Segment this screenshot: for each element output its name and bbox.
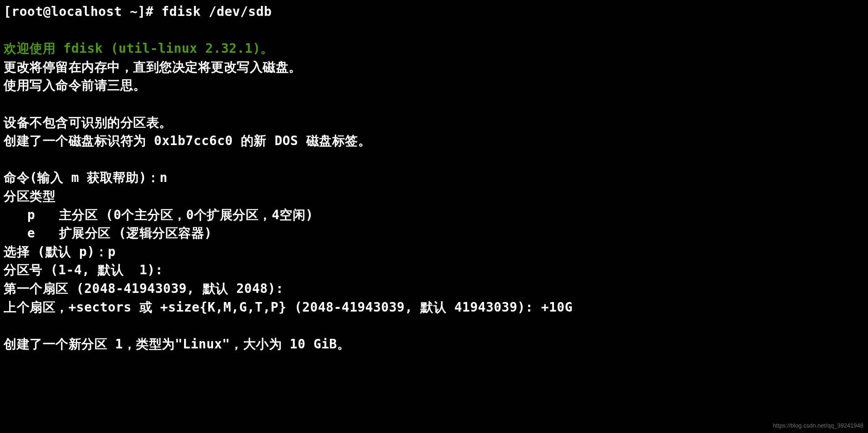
watermark: https://blog.csdn.net/qq_39241948 [773, 422, 864, 430]
created-partition-line: 创建了一个新分区 1，类型为"Linux"，大小为 10 GiB。 [4, 335, 864, 354]
command-text: fdisk /dev/sdb [161, 4, 272, 19]
shell-prompt: [root@localhost ~]# [4, 4, 161, 19]
select-line: 选择 (默认 p)：p [4, 243, 864, 262]
last-sector-line: 上个扇区，+sectors 或 +size{K,M,G,T,P} (2048-4… [4, 298, 864, 317]
notice-line-2: 创建了一个磁盘标识符为 0x1b7cc6c0 的新 DOS 磁盘标签。 [4, 132, 864, 151]
partition-type-extended: e 扩展分区 (逻辑分区容器) [4, 224, 864, 243]
command-prompt-line: 命令(输入 m 获取帮助)：n [4, 169, 864, 187]
partition-type-primary: p 主分区 (0个主分区，0个扩展分区，4空闲) [4, 206, 864, 225]
first-sector-line: 第一个扇区 (2048-41943039, 默认 2048): [4, 280, 864, 298]
partition-type-header: 分区类型 [4, 187, 864, 206]
blank-line [4, 317, 864, 335]
terminal-output: [root@localhost ~]# fdisk /dev/sdb 欢迎使用 … [4, 3, 864, 353]
notice-line-1: 设备不包含可识别的分区表。 [4, 114, 864, 132]
welcome-line: 欢迎使用 fdisk (util-linux 2.32.1)。 [4, 40, 864, 58]
info-line-1: 更改将停留在内存中，直到您决定将更改写入磁盘。 [4, 58, 864, 77]
command-line: [root@localhost ~]# fdisk /dev/sdb [4, 3, 864, 21]
blank-line [4, 151, 864, 169]
info-line-2: 使用写入命令前请三思。 [4, 76, 864, 95]
blank-line [4, 21, 864, 40]
partition-number-line: 分区号 (1-4, 默认 1): [4, 261, 864, 280]
blank-line [4, 95, 864, 114]
